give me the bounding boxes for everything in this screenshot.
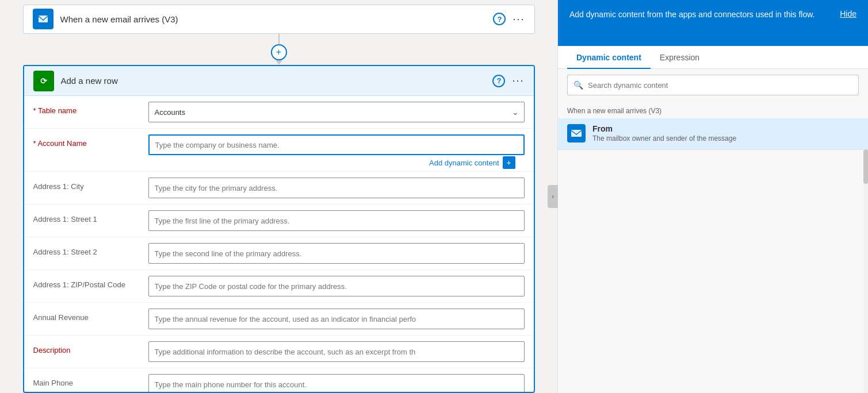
address-zip-input[interactable] xyxy=(148,276,525,296)
panel-collapse-button[interactable]: › xyxy=(548,185,558,208)
add-dynamic-content-link[interactable]: Add dynamic content xyxy=(429,159,499,167)
table-name-row: * Table name Accounts ⌄ xyxy=(24,96,534,129)
svg-rect-5 xyxy=(571,130,582,137)
address-city-control xyxy=(148,178,525,198)
svg-text:⟳: ⟳ xyxy=(40,76,48,86)
address-city-row: Address 1: City xyxy=(24,172,534,205)
action-title: Add a new row xyxy=(61,76,493,86)
svg-rect-1 xyxy=(39,16,48,22)
description-control xyxy=(148,341,525,362)
add-step-button[interactable]: + xyxy=(271,44,287,60)
dynamic-item-from-content: From The mailbox owner and sender of the… xyxy=(592,124,859,144)
trigger-help-button[interactable]: ? xyxy=(493,13,506,25)
trigger-icon xyxy=(33,9,53,29)
panel-header-text: Add dynamic content from the apps and co… xyxy=(569,9,840,21)
panel-header: Add dynamic content from the apps and co… xyxy=(558,0,868,46)
panel-tabs: Dynamic content Expression xyxy=(558,46,868,69)
action-help-button[interactable]: ? xyxy=(492,75,505,87)
table-name-control: Accounts ⌄ xyxy=(148,102,525,122)
search-dynamic-content-input[interactable] xyxy=(588,81,852,90)
annual-revenue-label: Annual Revenue xyxy=(33,309,148,322)
address-zip-row: Address 1: ZIP/Postal Code xyxy=(24,270,534,303)
address-street2-row: Address 1: Street 2 xyxy=(24,237,534,270)
main-phone-input[interactable] xyxy=(148,374,525,393)
right-panel: › Add dynamic content from the apps and … xyxy=(557,0,868,393)
connector: + xyxy=(271,34,287,65)
tab-dynamic-content[interactable]: Dynamic content xyxy=(567,46,651,69)
description-input[interactable] xyxy=(148,341,525,362)
search-box: 🔍 xyxy=(567,75,859,95)
dynamic-section-title: When a new email arrives (V3) xyxy=(558,101,868,118)
address-street1-row: Address 1: Street 1 xyxy=(24,205,534,237)
dynamic-item-from-desc: The mailbox owner and sender of the mess… xyxy=(592,134,859,144)
address-zip-control xyxy=(148,276,525,296)
action-more-button[interactable]: ··· xyxy=(512,75,524,87)
trigger-actions: ? ··· xyxy=(493,13,525,25)
action-card-header: ⟳ Add a new row ? ··· xyxy=(24,66,534,96)
address-street2-label: Address 1: Street 2 xyxy=(33,243,148,256)
add-dynamic-plus-button[interactable]: + xyxy=(503,156,515,169)
table-name-label: * Table name xyxy=(33,102,148,115)
description-label: Description xyxy=(33,341,148,355)
action-card: ⟳ Add a new row ? ··· * Table name Accou… xyxy=(23,65,535,393)
table-name-select[interactable]: Accounts xyxy=(148,102,525,122)
tab-expression[interactable]: Expression xyxy=(651,46,709,69)
action-actions: ? ··· xyxy=(492,75,524,87)
action-icon: ⟳ xyxy=(33,71,54,91)
address-street2-control xyxy=(148,243,525,264)
account-name-row: * Account Name Add dynamic content + xyxy=(24,129,534,172)
main-phone-control xyxy=(148,374,525,393)
annual-revenue-input[interactable] xyxy=(148,309,525,329)
main-phone-row: Main Phone xyxy=(24,368,534,393)
account-name-label: * Account Name xyxy=(33,134,148,148)
address-zip-label: Address 1: ZIP/Postal Code xyxy=(33,276,148,289)
dynamic-content-row: Add dynamic content + xyxy=(33,155,525,171)
action-card-body: * Table name Accounts ⌄ * Account Name xyxy=(24,96,534,393)
dynamic-content-list: When a new email arrives (V3) From The m… xyxy=(558,101,868,393)
address-street1-input[interactable] xyxy=(148,210,525,231)
table-name-select-wrapper: Accounts ⌄ xyxy=(148,102,525,122)
panel-search-area: 🔍 xyxy=(558,69,868,101)
scrollbar-thumb[interactable] xyxy=(863,149,868,184)
annual-revenue-control xyxy=(148,309,525,329)
account-name-control xyxy=(148,134,525,155)
dynamic-item-from-title: From xyxy=(592,124,859,133)
main-phone-label: Main Phone xyxy=(33,374,148,387)
annual-revenue-row: Annual Revenue xyxy=(24,303,534,336)
address-city-input[interactable] xyxy=(148,178,525,198)
search-icon: 🔍 xyxy=(573,80,583,90)
address-street1-label: Address 1: Street 1 xyxy=(33,210,148,224)
description-row: Description xyxy=(24,336,534,368)
address-street2-input[interactable] xyxy=(148,243,525,264)
dynamic-item-icon xyxy=(567,124,586,142)
address-street1-control xyxy=(148,210,525,231)
trigger-card: When a new email arrives (V3) ? ··· xyxy=(23,5,535,34)
dynamic-item-from[interactable]: From The mailbox owner and sender of the… xyxy=(558,118,868,150)
trigger-title: When a new email arrives (V3) xyxy=(60,14,494,24)
connector-line xyxy=(278,34,280,44)
panel-hide-button[interactable]: Hide xyxy=(840,9,856,18)
account-name-input[interactable] xyxy=(148,134,525,155)
trigger-more-button[interactable]: ··· xyxy=(513,13,525,25)
scrollbar-track xyxy=(863,149,868,393)
address-city-label: Address 1: City xyxy=(33,178,148,191)
